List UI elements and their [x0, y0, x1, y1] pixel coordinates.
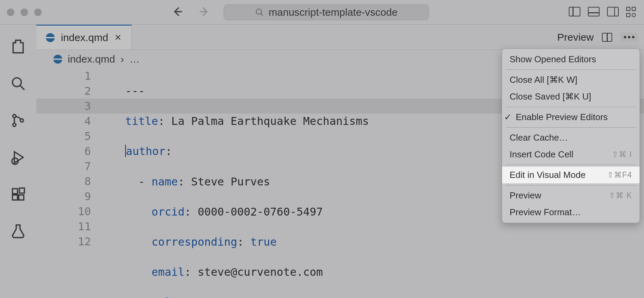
customize-layout-icon[interactable] [626, 7, 637, 18]
window-controls [7, 9, 42, 16]
tab-label: index.qmd [61, 32, 108, 43]
run-debug-icon[interactable] [10, 149, 26, 166]
zoom-window-icon[interactable] [34, 9, 42, 16]
chevron-right-icon: › [120, 53, 124, 65]
split-editor-icon[interactable] [602, 33, 612, 42]
menu-close-all[interactable]: Close All [⌘K W] [502, 72, 640, 88]
minimize-window-icon[interactable] [21, 9, 28, 16]
nav-forward-button [198, 5, 210, 19]
search-icon [255, 8, 264, 17]
menu-enable-preview-editors[interactable]: ✓Enable Preview Editors [502, 109, 640, 126]
tab-bar: index.qmd Preview [36, 25, 644, 50]
close-window-icon[interactable] [7, 9, 14, 16]
menu-separator [505, 185, 636, 185]
menu-separator [505, 127, 636, 128]
more-actions-button[interactable] [620, 33, 638, 42]
toggle-secondary-sidebar-icon[interactable] [607, 7, 619, 16]
menu-separator [505, 107, 636, 107]
command-center-text: manuscript-template-vscode [269, 7, 398, 18]
quarto-file-icon [53, 55, 62, 64]
explorer-icon[interactable] [10, 38, 26, 55]
svg-point-3 [13, 123, 16, 126]
testing-icon[interactable] [10, 223, 26, 239]
menu-preview-format[interactable]: Preview Format… [502, 204, 640, 221]
editor-more-actions-menu: Show Opened Editors Close All [⌘K W] Clo… [502, 49, 640, 223]
svg-point-0 [256, 9, 261, 14]
search-icon[interactable] [10, 75, 26, 92]
editor-actions: Preview [557, 25, 638, 50]
command-center[interactable]: manuscript-template-vscode [224, 4, 429, 20]
check-icon: ✓ [504, 112, 512, 122]
svg-rect-6 [13, 189, 18, 194]
svg-rect-9 [19, 188, 25, 193]
menu-insert-code-cell[interactable]: Insert Code Cell⇧⌘ I [502, 146, 640, 163]
activity-bar [0, 25, 36, 298]
extensions-icon[interactable] [10, 186, 26, 203]
menu-separator [505, 69, 636, 70]
toggle-primary-sidebar-icon[interactable] [569, 7, 580, 16]
menu-separator [505, 165, 636, 165]
menu-edit-visual-mode[interactable]: Edit in Visual Mode⇧⌘F4 [502, 167, 640, 183]
nav-arrows [172, 5, 210, 19]
svg-point-2 [13, 115, 16, 118]
svg-point-4 [20, 119, 23, 122]
toggle-panel-icon[interactable] [588, 7, 600, 16]
quarto-file-icon [46, 33, 55, 42]
breadcrumb-rest: … [129, 53, 140, 65]
preview-button[interactable]: Preview [557, 31, 594, 43]
breadcrumb-file: index.qmd [68, 53, 115, 65]
menu-preview[interactable]: Preview⇧⌘ K [502, 187, 640, 204]
line-numbers: 123456789101112 [36, 68, 108, 249]
nav-back-button[interactable] [172, 5, 184, 19]
layout-controls [569, 7, 637, 18]
menu-show-opened-editors[interactable]: Show Opened Editors [502, 51, 640, 68]
source-control-icon[interactable] [10, 112, 26, 129]
menu-clear-cache[interactable]: Clear Cache… [502, 129, 640, 146]
tab-index-qmd[interactable]: index.qmd [36, 25, 132, 50]
svg-rect-7 [13, 195, 18, 200]
titlebar: manuscript-template-vscode [0, 0, 644, 25]
menu-close-saved[interactable]: Close Saved [⌘K U] [502, 88, 640, 105]
svg-rect-8 [19, 195, 24, 200]
svg-point-1 [13, 78, 22, 87]
tab-close-button[interactable] [114, 32, 122, 43]
